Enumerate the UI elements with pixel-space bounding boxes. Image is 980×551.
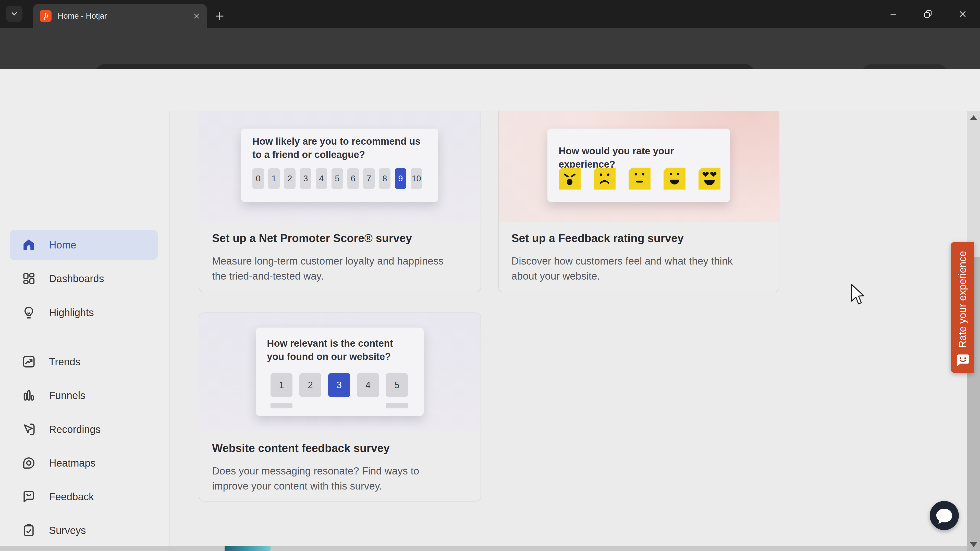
sidebar-item-home[interactable]: Home [0,230,169,260]
card-description: Does your messaging resonate? Find ways … [212,464,419,494]
sidebar-item-funnels[interactable]: Funnels [0,380,169,410]
scale-label-placeholder [270,403,293,408]
rating-preview: How would you rate your experience? [499,111,779,222]
main-content: How likely are you to recommend us to a … [170,111,967,551]
nps-preview: How likely are you to recommend us to a … [199,111,480,222]
nps-score-3[interactable]: 3 [300,168,311,189]
love-emoji-icon[interactable] [698,168,721,189]
surveys-icon [21,523,36,538]
sidebar-item-dashboards[interactable]: Dashboards [0,264,169,294]
neutral-emoji-icon[interactable] [628,168,651,189]
sidebar-item-label: Home [49,239,76,251]
sidebar-item-heatmaps[interactable]: Heatmaps [0,448,169,478]
sidebar-item-recordings[interactable]: Recordings [0,414,169,445]
dashboards-icon [21,271,36,286]
new-tab-button[interactable] [213,10,226,22]
rate-tab-label: Rate your experience [951,248,974,351]
sad-emoji-icon[interactable] [593,168,616,189]
hotjar-flame-icon [40,10,52,22]
home-icon [21,238,36,252]
feedback-icon [21,489,36,504]
scale-label-placeholder [386,403,408,408]
restore-icon[interactable] [911,0,945,28]
card-description: Measure long-term customer loyalty and h… [212,254,444,284]
heatmaps-icon [21,456,36,470]
sidebar-item-label: Feedback [49,491,94,503]
smiley-bubble-icon [955,354,970,367]
nps-question-card: How likely are you to recommend us to a … [241,129,438,202]
rate-your-experience-tab[interactable]: Rate your experience [951,242,974,373]
next-section-peek [0,546,967,551]
nps-score-10[interactable]: 10 [410,168,422,189]
browser-toolbar: insights.hotjar.com/sites/3825551/overvi… [0,28,980,69]
nps-score-4[interactable]: 4 [316,168,327,189]
funnels-icon [21,388,36,403]
relevance-score-3-selected[interactable]: 3 [328,373,350,397]
sidebar-divider [21,337,158,337]
relevance-score-5[interactable]: 5 [386,373,408,397]
rating-question: How would you rate your experience? [558,144,730,171]
sidebar-item-label: Recordings [49,424,100,435]
scroll-down-arrow-icon[interactable] [970,542,977,547]
nps-score-2[interactable]: 2 [284,168,296,189]
card-feedback-rating-survey[interactable]: How would you rate your experience? [498,111,780,292]
chevron-down-icon [10,10,19,18]
screen: Home - Hotjar [0,0,980,551]
content-question: How relevant is the content you found on… [267,337,393,363]
happy-emoji-icon[interactable] [663,168,686,189]
mouse-cursor [850,283,865,306]
sidebar: Home Dashboards Highlights [0,111,170,551]
peek-thumbnail [224,546,270,551]
card-website-content-survey[interactable]: How relevant is the content you found on… [199,313,481,502]
sidebar-item-label: Funnels [49,390,85,401]
nps-score-5[interactable]: 5 [331,168,343,189]
relevance-score-2[interactable]: 2 [299,373,321,397]
nps-score-0[interactable]: 0 [252,168,264,189]
lightbulb-icon [21,305,36,320]
relevance-score-4[interactable]: 4 [357,373,379,397]
sidebar-item-feedback[interactable]: Feedback [0,482,169,512]
nps-score-8[interactable]: 8 [379,168,390,189]
content-preview: How relevant is the content you found on… [199,313,480,431]
tab-title: Home - Hotjar [58,11,191,21]
content-question-card: How relevant is the content you found on… [256,327,424,416]
sidebar-item-surveys[interactable]: Surveys [0,515,169,545]
rating-question-card: How would you rate your experience? [547,129,730,202]
recordings-icon [21,422,36,437]
chat-launcher-button[interactable] [930,501,959,530]
window-controls [876,0,980,28]
nps-score-7[interactable]: 7 [363,168,375,189]
nps-question: How likely are you to recommend us to a … [252,135,426,161]
nps-score-1[interactable]: 1 [268,168,280,189]
sidebar-item-label: Trends [49,356,80,368]
sidebar-item-label: Dashboards [49,273,104,284]
scroll-up-arrow-icon[interactable] [970,115,977,120]
window-close-icon[interactable] [945,0,980,28]
tab-close-icon[interactable] [191,11,202,22]
nps-scale: 0 1 2 3 4 5 6 7 8 9 10 [252,168,422,189]
nps-score-6[interactable]: 6 [347,168,359,189]
browser-tab[interactable]: Home - Hotjar [33,4,207,28]
card-description: Discover how customers feel and what the… [511,254,733,284]
tab-search-button[interactable] [6,6,22,22]
sidebar-item-label: Highlights [49,307,94,318]
sidebar-item-highlights[interactable]: Highlights [0,297,169,327]
card-nps-survey[interactable]: How likely are you to recommend us to a … [199,111,481,292]
sidebar-item-label: Heatmaps [49,457,95,469]
chat-bubble-icon [932,503,957,528]
minimize-icon[interactable] [876,0,911,28]
angry-emoji-icon[interactable] [558,168,581,189]
card-title: Set up a Net Promoter Score® survey [212,232,412,245]
card-title: Website content feedback survey [212,442,390,454]
browser-tab-strip: Home - Hotjar [0,0,980,28]
nps-score-9-selected[interactable]: 9 [395,168,406,189]
app-header: hotjar web Upgrade your plans English ? [0,69,980,112]
sidebar-item-trends[interactable]: Trends [0,347,169,377]
sidebar-item-label: Surveys [49,525,86,536]
relevance-score-1[interactable]: 1 [270,373,293,397]
card-title: Set up a Feedback rating survey [511,232,684,245]
trends-icon [21,354,36,369]
